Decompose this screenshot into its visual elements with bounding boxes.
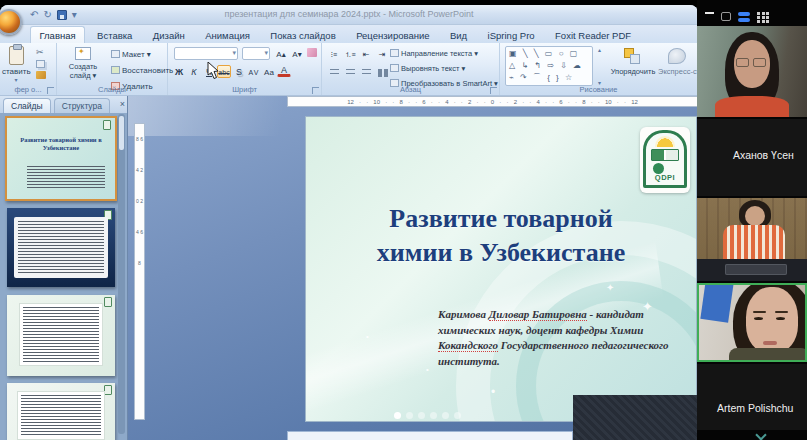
align-text-icon [390, 64, 399, 72]
sparkle-icon: • [491, 385, 495, 399]
arrange-button[interactable]: Упорядочить [610, 46, 656, 76]
arrange-icon [624, 48, 642, 64]
window-mode-icon[interactable] [721, 12, 731, 21]
layout-icon [111, 50, 120, 58]
clear-formatting-icon[interactable] [307, 48, 317, 57]
active-speaker-video-tile[interactable] [697, 283, 807, 362]
slide-title-line2: химии в Узбекистане [334, 236, 668, 270]
align-right-button[interactable] [359, 65, 373, 78]
keyboard [725, 264, 787, 275]
slide-author-textbox[interactable]: Каримова Диловар Батировна - кандидат хи… [438, 307, 686, 369]
reset-icon [111, 66, 120, 74]
thumbnail-title: Развитие товарной химии в Узбекистане [15, 136, 107, 152]
slide-thumbnail-4[interactable] [7, 383, 115, 440]
slide-thumbnail-3[interactable] [7, 295, 115, 376]
tab-retsenzirovanie[interactable]: Рецензирование [348, 27, 437, 43]
quick-access-toolbar: ↶ ↻ ▾ [30, 7, 77, 22]
minimize-icon[interactable] [705, 12, 714, 14]
increase-indent-button[interactable]: ⇥ [375, 47, 389, 60]
shrink-font-button[interactable]: A▾ [290, 47, 304, 60]
font-color-button[interactable]: A [277, 65, 291, 77]
change-case-button[interactable]: Aa [262, 65, 276, 78]
participant-name: Аханов Үсен [733, 149, 794, 161]
tab-vid[interactable]: Вид [442, 27, 475, 43]
qdpi-logo: QDPI [640, 127, 690, 193]
grow-font-button[interactable]: A▴ [274, 47, 288, 60]
slide-canvas[interactable]: ✦ ✦ • • • Развитие товарной химии в Узбе… [305, 116, 697, 422]
undo-icon[interactable]: ↶ [30, 8, 38, 22]
save-icon[interactable] [57, 10, 67, 20]
close-panel-icon[interactable]: × [120, 99, 125, 109]
tab-animatsiya[interactable]: Анимация [197, 27, 258, 43]
tab-slides-thumbnails[interactable]: Слайды [3, 98, 51, 113]
font-size-combo[interactable] [242, 47, 270, 60]
speaker-view-icon[interactable] [738, 12, 750, 22]
align-left-button[interactable] [327, 65, 341, 78]
slide-title-textbox[interactable]: Развитие товарной химии в Узбекистане [334, 202, 668, 270]
participant-video-tile[interactable] [697, 198, 807, 281]
participant-tile-camera-off[interactable]: Аханов Үсен [697, 119, 807, 196]
dialog-launcher-icon[interactable] [47, 87, 54, 94]
ribbon-tabs: Главная Вставка Дизайн Анимация Показ сл… [0, 25, 698, 43]
horizontal-ruler: 12 · · 10 · · 8 · · 6 · · 4 · · 2 · · 0 … [287, 96, 698, 107]
bold-button[interactable]: Ж [172, 65, 186, 78]
slide-dots-indicator [394, 412, 461, 419]
reset-button[interactable]: Восстановить [109, 64, 175, 76]
logo-arch-icon: QDPI [643, 130, 687, 188]
italic-button[interactable]: К [187, 65, 201, 78]
thumbnail-logo-icon [103, 120, 111, 130]
qat-dropdown-icon[interactable]: ▾ [72, 8, 77, 22]
shapes-scroll-up-icon[interactable]: ▴ [595, 46, 604, 53]
tab-outline[interactable]: Структура [54, 98, 110, 113]
slide-thumbnail-1[interactable]: Развитие товарной химии в Узбекистане [5, 116, 117, 201]
panel-scrollbar[interactable] [118, 114, 125, 434]
slide-thumbnail-2[interactable] [7, 208, 115, 287]
thumbnail-text-lines [23, 307, 99, 362]
tab-pokaz-slaydov[interactable]: Показ слайдов [262, 27, 343, 43]
columns-button[interactable] [375, 65, 389, 78]
paste-button[interactable]: ставить ▾ [2, 46, 30, 83]
participant-face [775, 311, 788, 313]
paste-icon [9, 46, 24, 65]
align-text-button[interactable]: Выровнять текст ▾ [388, 62, 500, 74]
layout-button[interactable]: Макет ▾ [109, 48, 175, 60]
participant-face [754, 317, 763, 320]
decrease-indent-button[interactable]: ⇤ [359, 47, 373, 60]
dialog-launcher-icon[interactable] [490, 87, 497, 94]
participant-tile-camera-off[interactable]: Artem Polishchu [697, 364, 807, 430]
shapes-gallery[interactable]: ▣ ╲ ╲ ▭ ○ ▢ △ ↳ ↰ ⇨ ⇩ ☁ ⌁ ↷ ⌒ { } ☆ [505, 46, 593, 86]
panel-scrollbar-thumb[interactable] [119, 116, 124, 150]
tab-dizayn[interactable]: Дизайн [145, 27, 193, 43]
bullets-button[interactable]: ⁝≡ [327, 47, 341, 60]
new-slide-button[interactable]: ✦ Создать слайд ▾ [61, 47, 105, 80]
quick-styles-icon [668, 48, 686, 64]
text-direction-button[interactable]: Направление текста ▾ [388, 47, 500, 59]
copy-icon[interactable] [36, 60, 45, 68]
cut-icon[interactable]: ✂ [36, 47, 46, 57]
tab-glavnaya[interactable]: Главная [30, 26, 84, 43]
numbering-button[interactable]: ⒈≡ [343, 47, 357, 60]
strikethrough-button[interactable]: abc [217, 65, 231, 78]
text-direction-icon [390, 49, 399, 57]
text-shadow-button[interactable]: S [232, 65, 246, 78]
meeting-sidebar: Аханов Үсен Artem Polishchu [697, 0, 807, 440]
format-painter-icon[interactable] [36, 71, 46, 79]
tab-foxit-reader-pdf[interactable]: Foxit Reader PDF [547, 27, 639, 43]
sparkle-icon: ✦ [606, 282, 614, 293]
quick-styles-button[interactable]: Экспресс-ст... [658, 46, 696, 76]
tab-vstavka[interactable]: Вставка [89, 27, 140, 43]
gallery-view-icon[interactable] [757, 12, 769, 23]
character-spacing-button[interactable]: AV [247, 65, 261, 78]
mouse-cursor-icon [207, 62, 219, 80]
align-center-button[interactable] [343, 65, 357, 78]
tab-ispring-pro[interactable]: iSpring Pro [480, 27, 543, 43]
chevron-down-icon[interactable] [755, 429, 766, 440]
notes-pane[interactable] [287, 431, 573, 440]
sparkle-icon: • [426, 365, 429, 374]
dialog-launcher-icon[interactable] [312, 87, 319, 94]
group-slides: ✦ Создать слайд ▾ Макет ▾ Восстановить У… [57, 43, 168, 95]
font-name-combo[interactable] [174, 47, 238, 60]
participant-video-tile[interactable] [697, 26, 807, 117]
thumbnail-text-lines [18, 221, 104, 274]
redo-icon[interactable]: ↻ [43, 8, 51, 22]
